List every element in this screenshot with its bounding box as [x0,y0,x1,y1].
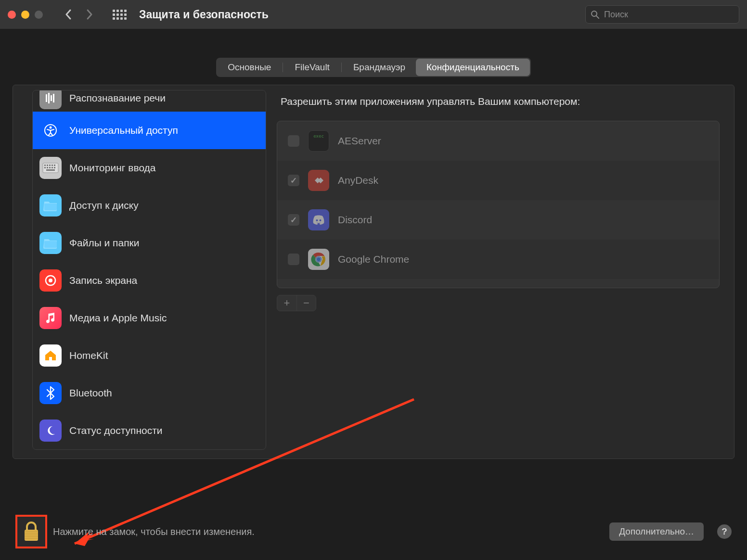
svg-rect-12 [52,165,53,166]
minimize-window-button[interactable] [21,11,29,19]
svg-rect-17 [52,167,53,168]
lock-hint-text: Нажмите на замок, чтобы внести изменения… [53,526,255,537]
chrome-icon [308,249,329,270]
app-list[interactable]: exec AEServer AnyDesk Discord [277,121,720,288]
svg-rect-32 [25,531,38,532]
help-button[interactable]: ? [717,524,732,539]
svg-rect-2 [46,94,47,102]
record-icon [39,269,62,292]
show-all-button[interactable] [111,6,128,23]
svg-rect-34 [25,535,38,535]
tab-firewall[interactable]: Брандмауэр [343,59,416,76]
sidebar-item-label: Универсальный доступ [69,125,178,136]
sidebar-item-label: Статус доступности [69,425,163,436]
lock-icon [22,521,40,542]
privacy-content: Разрешить этим приложениям управлять Ваш… [266,85,734,458]
privacy-panel: Распознавание речи Универсальный доступ … [13,85,734,459]
bluetooth-icon [39,382,62,404]
sidebar-item-bluetooth[interactable]: Bluetooth [33,374,266,412]
svg-rect-14 [44,167,46,168]
titlebar: Защита и безопасность [0,0,747,29]
sidebar-item-accessibility[interactable]: Универсальный доступ [33,112,266,149]
lock-button[interactable] [15,515,47,548]
folder-icon [39,232,62,254]
svg-rect-3 [48,93,50,103]
sidebar-item-label: Запись экрана [69,275,137,286]
svg-rect-19 [46,169,55,171]
keyboard-icon [39,157,62,179]
advanced-button[interactable]: Дополнительно… [609,522,704,541]
sidebar-item-label: Bluetooth [69,387,112,399]
search-input[interactable] [604,10,734,20]
app-checkbox[interactable] [288,135,299,147]
moon-icon [39,420,62,442]
app-checkbox[interactable] [288,214,299,226]
sidebar-item-input-monitoring[interactable]: Мониторинг ввода [33,149,266,187]
tab-filevault[interactable]: FileVault [284,59,340,76]
svg-point-23 [49,279,52,282]
discord-icon [308,209,329,230]
add-remove-buttons: + − [277,295,316,311]
svg-rect-15 [47,167,48,168]
sidebar-item-media[interactable]: Медиа и Apple Music [33,299,266,337]
remove-button[interactable]: − [296,295,316,311]
folder-icon [39,194,62,216]
app-name: AEServer [338,135,381,147]
svg-rect-9 [44,165,46,166]
sidebar-item-label: Файлы и папки [69,237,139,249]
svg-rect-16 [49,167,51,168]
sidebar-item-homekit[interactable]: HomeKit [33,337,266,374]
svg-point-29 [317,257,321,261]
anydesk-icon [308,170,329,191]
terminal-icon: exec [308,130,329,152]
tab-privacy[interactable]: Конфиденциальность [416,59,530,76]
app-row[interactable]: exec AEServer [277,121,719,161]
add-button[interactable]: + [277,295,296,311]
app-checkbox[interactable] [288,254,299,265]
music-icon [39,307,62,329]
app-row[interactable]: Google Chrome [277,240,719,279]
window-title: Защита и безопасность [139,8,269,21]
speech-icon [39,90,62,109]
sidebar-item-files-folders[interactable]: Файлы и папки [33,224,266,262]
app-checkbox[interactable] [288,175,299,186]
app-name: Discord [338,214,372,226]
svg-rect-20 [44,204,57,210]
svg-rect-35 [25,536,38,537]
svg-point-7 [50,127,52,129]
home-icon [39,344,62,367]
svg-point-25 [320,219,322,221]
svg-rect-21 [44,241,57,248]
chevron-right-icon [86,9,93,20]
chevron-left-icon [64,9,72,20]
accessibility-icon [39,119,62,141]
svg-rect-11 [49,165,51,166]
search-icon [591,10,599,19]
sidebar-item-label: Медиа и Apple Music [69,312,167,324]
app-row[interactable]: AnyDesk [277,161,719,200]
zoom-window-button[interactable] [35,11,43,19]
privacy-sidebar[interactable]: Распознавание речи Универсальный доступ … [32,90,266,450]
sidebar-item-screen-recording[interactable]: Запись экрана [33,262,266,299]
content-header: Разрешить этим приложениям управлять Ваш… [277,96,720,107]
svg-rect-4 [51,95,52,101]
sidebar-item-speech[interactable]: Распознавание речи [33,90,266,112]
svg-rect-33 [25,533,38,534]
sidebar-item-label: Мониторинг ввода [69,162,156,174]
sidebar-item-focus-status[interactable]: Статус доступности [33,412,266,449]
svg-rect-5 [53,94,54,102]
tab-general[interactable]: Основные [217,59,282,76]
close-window-button[interactable] [8,11,16,19]
sidebar-item-label: Распознавание речи [69,92,166,104]
sidebar-item-full-disk[interactable]: Доступ к диску [33,187,266,224]
app-row[interactable]: Discord [277,200,719,240]
app-name: Google Chrome [338,254,409,265]
search-box[interactable] [585,5,739,24]
back-button[interactable] [60,6,77,23]
footer: Нажмите на замок, чтобы внести изменения… [0,515,747,548]
tab-bar: Основные FileVault Брандмауэр Конфиденци… [13,58,734,77]
svg-rect-18 [54,167,55,168]
sidebar-item-label: Доступ к диску [69,200,139,211]
forward-button[interactable] [81,6,98,23]
svg-rect-13 [54,165,55,166]
